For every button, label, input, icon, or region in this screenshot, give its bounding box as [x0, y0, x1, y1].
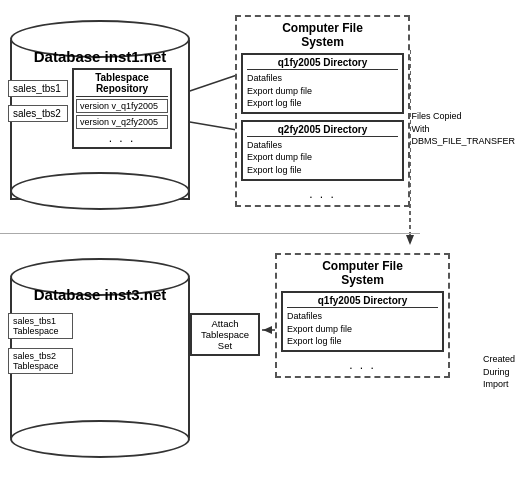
- repo-version1: version v_q1fy2005: [76, 99, 168, 113]
- tbs1-bot-label: sales_tbs1 Tablespace: [8, 313, 73, 339]
- created-during-import-label: Created During Import: [483, 353, 515, 391]
- repo-title: Tablespace Repository: [76, 72, 168, 97]
- svg-marker-5: [406, 235, 414, 245]
- db-inst1-title: Database inst1.net: [10, 48, 190, 65]
- tbs1-top-label: sales_tbs1: [8, 80, 68, 97]
- cfs-bottom: Computer File System q1fy2005 Directory …: [275, 253, 450, 378]
- top-section: Database inst1.net sales_tbs1 sales_tbs2…: [0, 10, 520, 230]
- dir-q1fy2005-bot-item2: Export dump file: [287, 323, 438, 336]
- cylinder-ellipse-bottom-bot: [10, 420, 190, 458]
- attach-tablespace-set-box: Attach Tablespace Set: [190, 313, 260, 356]
- dir-q1fy2005-top: q1fy2005 Directory Datafiles Export dump…: [241, 53, 404, 114]
- dir-q2fy2005-top-item2: Export dump file: [247, 151, 398, 164]
- dir-q1fy2005-bot: q1fy2005 Directory Datafiles Export dump…: [281, 291, 444, 352]
- db-inst3-title: Database inst3.net: [10, 286, 190, 303]
- repo-version2: version v_q2fy2005: [76, 115, 168, 129]
- cfs-bot-dots: . . .: [281, 358, 444, 372]
- cfs-top-dots: . . .: [241, 187, 404, 201]
- dir-q2fy2005-top-title: q2fy2005 Directory: [247, 124, 398, 137]
- diagram: Database inst1.net sales_tbs1 sales_tbs2…: [0, 0, 525, 504]
- tablespace-repository-top: Tablespace Repository version v_q1fy2005…: [72, 68, 172, 149]
- dir-q1fy2005-top-item3: Export log file: [247, 97, 398, 110]
- dir-q1fy2005-bot-item1: Datafiles: [287, 310, 438, 323]
- cfs-top: Computer File System q1fy2005 Directory …: [235, 15, 410, 207]
- dir-q1fy2005-bot-item3: Export log file: [287, 335, 438, 348]
- bottom-section: Database inst3.net sales_tbs1 Tablespace…: [0, 248, 520, 498]
- tbs2-top-label: sales_tbs2: [8, 105, 68, 122]
- dir-q2fy2005-top-item3: Export log file: [247, 164, 398, 177]
- dir-q1fy2005-bot-title: q1fy2005 Directory: [287, 295, 438, 308]
- tbs2-bot-label: sales_tbs2 Tablespace: [8, 348, 73, 374]
- cfs-bot-title: Computer File System: [281, 259, 444, 287]
- dir-q1fy2005-top-item2: Export dump file: [247, 85, 398, 98]
- dir-q1fy2005-top-title: q1fy2005 Directory: [247, 57, 398, 70]
- dir-q2fy2005-top: q2fy2005 Directory Datafiles Export dump…: [241, 120, 404, 181]
- files-copied-label: Files Copied With DBMS_FILE_TRANSFER: [411, 110, 515, 148]
- section-divider: [0, 233, 420, 234]
- repo-dots: . . .: [76, 131, 168, 145]
- cfs-top-title: Computer File System: [241, 21, 404, 49]
- dir-q1fy2005-top-item1: Datafiles: [247, 72, 398, 85]
- dir-q2fy2005-top-item1: Datafiles: [247, 139, 398, 152]
- cylinder-ellipse-bottom: [10, 172, 190, 210]
